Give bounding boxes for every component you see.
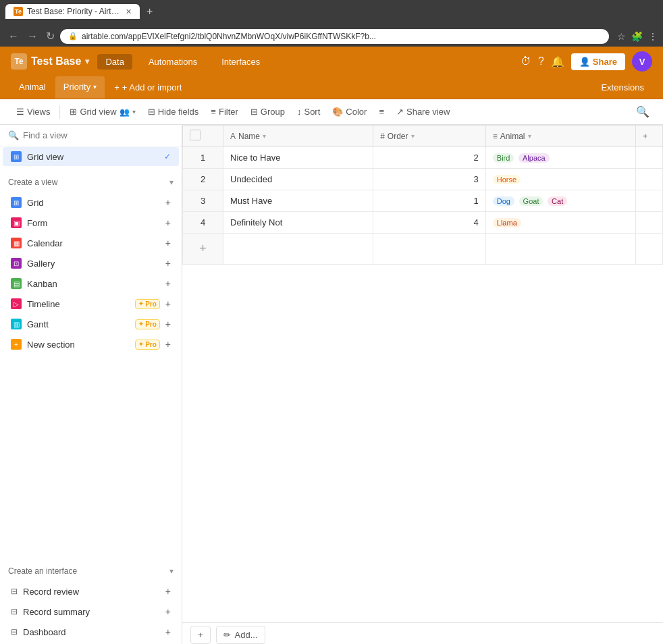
user-avatar[interactable]: V: [632, 51, 652, 72]
row-animal-4[interactable]: Llama: [485, 212, 635, 234]
new-tab-btn[interactable]: +: [142, 5, 157, 18]
toolbar-right: 🔍: [633, 105, 652, 118]
filter-btn[interactable]: ≡ Filter: [205, 104, 243, 119]
record-review-add-icon[interactable]: +: [165, 586, 171, 597]
pro-star-icon: ✦: [138, 300, 144, 307]
create-view-chevron-icon[interactable]: ▾: [169, 178, 174, 187]
menu-icon[interactable]: ⋮: [648, 31, 658, 42]
extensions-btn[interactable]: Extensions: [593, 78, 652, 97]
table-tab-priority[interactable]: Priority ▾: [55, 76, 105, 99]
search-btn[interactable]: 🔍: [633, 103, 652, 120]
nav-automations-btn[interactable]: Automations: [140, 54, 205, 70]
form-add-icon[interactable]: +: [165, 217, 171, 228]
sidebar-item-record-review[interactable]: ⊟ Record review +: [3, 582, 179, 601]
address-bar[interactable]: 🔒 airtable.com/appEVlXelFtefgni2/tblQ0Nh…: [60, 29, 609, 44]
add-field-icon: ✏: [223, 630, 231, 640]
search-input[interactable]: [23, 130, 174, 140]
grid-label: Grid: [27, 198, 160, 208]
sidebar-item-form[interactable]: ▣ Form +: [3, 213, 179, 232]
sidebar-item-dashboard[interactable]: ⊟ Dashboard +: [3, 622, 179, 641]
timeline-add-icon[interactable]: +: [165, 298, 171, 309]
sidebar-item-record-summary[interactable]: ⊟ Record summary +: [3, 602, 179, 621]
add-table-btn[interactable]: + + Add or import: [109, 78, 187, 97]
animal-column-header[interactable]: ≡ Animal ▾: [485, 126, 635, 147]
grid-add-icon[interactable]: +: [165, 197, 171, 208]
row-order-2[interactable]: 3: [373, 169, 486, 190]
grid-view-btn[interactable]: ⊞ Grid view 👥 ▾: [64, 104, 140, 119]
notifications-icon[interactable]: 🔔: [551, 55, 564, 68]
extensions-icon[interactable]: 🧩: [631, 31, 643, 42]
sidebar-item-kanban[interactable]: ▤ Kanban +: [3, 274, 179, 293]
row-name-4[interactable]: Definitely Not: [223, 212, 373, 234]
history-icon[interactable]: ⏱: [521, 55, 531, 68]
row-animal-2[interactable]: Horse: [485, 169, 635, 190]
sidebar-item-new-section[interactable]: + New section ✦ Pro +: [3, 335, 179, 354]
header-checkbox[interactable]: [190, 130, 201, 140]
row-animal-3[interactable]: Dog Goat Cat: [485, 190, 635, 212]
record-summary-icon: ⊟: [11, 607, 18, 616]
animal-sort-icon: ▾: [528, 132, 531, 140]
app-logo[interactable]: Te Test Base ▾: [11, 53, 89, 70]
name-field-header: A Name ▾: [230, 132, 366, 141]
row-order-1[interactable]: 2: [373, 147, 486, 169]
sidebar-item-gallery[interactable]: ⊡ Gallery +: [3, 254, 179, 273]
kanban-add-icon[interactable]: +: [165, 278, 171, 289]
hide-fields-btn[interactable]: ⊟ Hide fields: [142, 104, 205, 119]
row-animal-1[interactable]: Bird Alpaca: [485, 147, 635, 169]
sidebar-item-grid-view[interactable]: ⊞ Grid view ✓: [3, 147, 179, 166]
tag-dog: Dog: [493, 196, 514, 206]
name-column-header[interactable]: A Name ▾: [223, 126, 373, 147]
color-btn[interactable]: 🎨 Color: [327, 104, 372, 119]
row-name-3[interactable]: Must Have: [223, 190, 373, 212]
views-btn[interactable]: ☰ Views: [11, 104, 55, 119]
grid-table: A Name ▾ # Order ▾: [182, 125, 663, 265]
main-layout: 🔍 ⊞ Grid view ✓ Create a view ▾ ⊞ Grid +…: [0, 125, 663, 644]
sidebar-spacer: [0, 354, 182, 556]
row-order-3[interactable]: 1: [373, 190, 486, 212]
row-extra-1: [636, 147, 663, 169]
share-button[interactable]: 👤 Share: [571, 53, 625, 70]
group-btn[interactable]: ⊟ Group: [245, 104, 290, 119]
sidebar-item-gantt[interactable]: ▥ Gantt ✦ Pro +: [3, 315, 179, 333]
browser-tab[interactable]: Te Test Base: Priority - Airtable ✕: [5, 4, 140, 19]
row-name-1[interactable]: Nice to Have: [223, 147, 373, 169]
table-tab-animal[interactable]: Animal: [11, 76, 54, 99]
browser-tabs: Te Test Base: Priority - Airtable ✕ +: [5, 4, 157, 19]
sidebar-item-calendar[interactable]: ▦ Calendar +: [3, 234, 179, 252]
sidebar: 🔍 ⊞ Grid view ✓ Create a view ▾ ⊞ Grid +…: [0, 125, 182, 644]
row-name-2[interactable]: Undecided: [223, 169, 373, 190]
sidebar-item-timeline[interactable]: ▷ Timeline ✦ Pro +: [3, 294, 179, 313]
gantt-add-icon[interactable]: +: [165, 319, 171, 329]
grid-view-icon: ⊞: [70, 107, 77, 117]
sidebar-item-grid[interactable]: ⊞ Grid +: [3, 193, 179, 212]
sort-btn[interactable]: ↕ Sort: [292, 104, 325, 119]
forward-btn[interactable]: →: [24, 29, 41, 44]
nav-data-btn[interactable]: Data: [97, 54, 132, 70]
add-field-btn[interactable]: +: [636, 126, 663, 147]
help-icon[interactable]: ?: [538, 55, 544, 68]
record-summary-add-icon[interactable]: +: [165, 606, 171, 617]
dashboard-add-icon[interactable]: +: [165, 626, 171, 637]
add-row-toolbar-btn[interactable]: +: [190, 626, 211, 644]
tab-close-btn[interactable]: ✕: [126, 7, 132, 16]
section-pro-label: Pro: [145, 341, 157, 348]
row-height-btn[interactable]: ≡: [373, 104, 390, 119]
section-add-icon[interactable]: +: [165, 339, 171, 350]
row-extra-3: [636, 190, 663, 212]
refresh-btn[interactable]: ↻: [43, 28, 57, 44]
header-row: A Name ▾ # Order ▾: [183, 126, 663, 147]
create-interface-chevron-icon[interactable]: ▾: [169, 566, 174, 576]
nav-interfaces-btn[interactable]: Interfaces: [213, 54, 268, 70]
add-row-btn[interactable]: +: [191, 238, 215, 260]
share-view-btn[interactable]: ↗ Share view: [391, 104, 455, 119]
add-field-toolbar-btn[interactable]: ✏ Add...: [216, 626, 265, 644]
row-num-3: 3: [183, 190, 223, 212]
gallery-add-icon[interactable]: +: [165, 258, 171, 269]
calendar-add-icon[interactable]: +: [165, 238, 171, 248]
app-name: Test Base: [31, 55, 81, 68]
bookmark-icon[interactable]: ☆: [617, 31, 626, 42]
back-btn[interactable]: ←: [5, 29, 22, 44]
row-order-4[interactable]: 4: [373, 212, 486, 234]
order-column-header[interactable]: # Order ▾: [373, 126, 486, 147]
row-num-1: 1: [183, 147, 223, 169]
